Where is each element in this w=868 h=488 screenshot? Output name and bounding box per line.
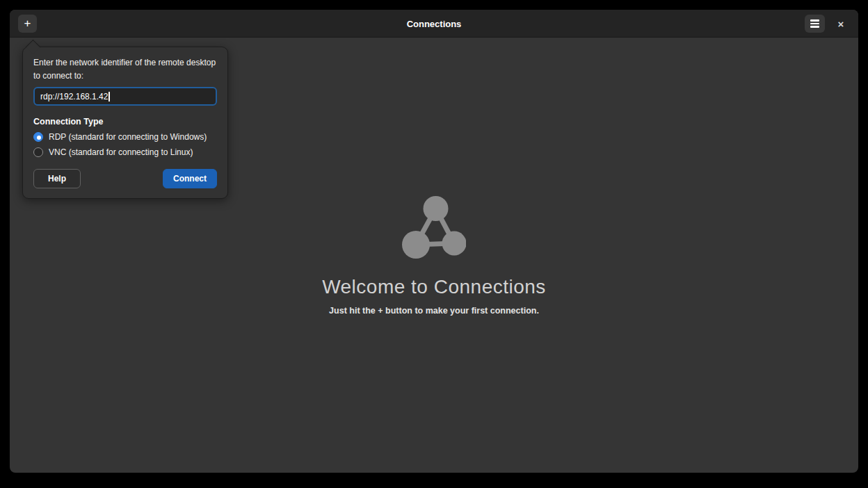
welcome-description-prefix: Just hit the [329,306,378,316]
close-icon: × [838,18,844,30]
connections-window: + Connections × Welcome to Connections J… [10,10,858,473]
hamburger-menu-icon [810,19,819,28]
help-button[interactable]: Help [33,169,81,188]
welcome-description-plus: + [378,306,383,316]
rdp-radio-label: RDP (standard for connecting to Windows) [49,132,207,142]
vnc-radio-button[interactable] [33,147,43,157]
vnc-radio-label: VNC (standard for connecting to Linux) [49,147,193,157]
popover-arrow [26,40,40,54]
welcome-description-suffix: button to make your first connection. [383,306,539,316]
welcome-description: Just hit the + button to make your first… [329,306,539,316]
connect-button[interactable]: Connect [163,169,217,188]
radio-option-rdp[interactable]: RDP (standard for connecting to Windows) [33,132,217,142]
welcome-title: Welcome to Connections [322,276,546,298]
address-input[interactable]: rdp://192.168.1.42 [33,87,217,106]
radio-dot [37,136,41,140]
close-button[interactable]: × [833,15,849,32]
menu-button[interactable] [805,15,825,33]
new-connection-popover: Enter the network identifier of the remo… [22,47,228,199]
popover-button-row: Help Connect [33,169,217,188]
network-nodes-icon [402,196,466,259]
window-title: Connections [10,10,858,38]
address-prompt: Enter the network identifier of the remo… [33,56,217,82]
headerbar: + Connections × [10,10,858,38]
connection-type-heading: Connection Type [33,117,217,127]
plus-icon: + [24,17,31,29]
new-connection-button[interactable]: + [18,15,37,33]
text-caret [108,92,110,101]
rdp-radio-button[interactable] [33,132,43,142]
radio-option-vnc[interactable]: VNC (standard for connecting to Linux) [33,147,217,157]
address-input-value: rdp://192.168.1.42 [40,92,108,101]
welcome-status-page: Welcome to Connections Just hit the + bu… [10,196,858,316]
